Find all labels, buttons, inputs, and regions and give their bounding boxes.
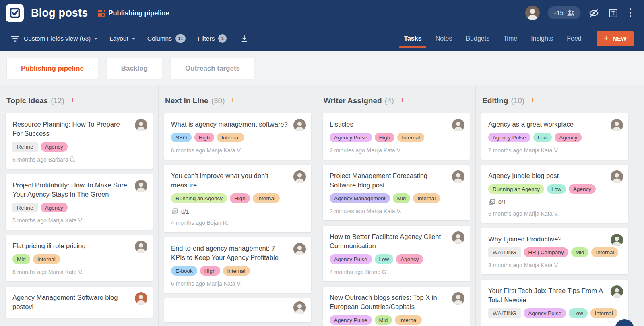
assignee-avatar	[611, 285, 623, 298]
task-card[interactable]: Your First Tech Job: Three Tips From A T…	[481, 280, 628, 326]
task-card[interactable]: Why I joined Productive? WAITING HR | Co…	[481, 228, 628, 274]
layout-dropdown[interactable]: Layout	[109, 35, 135, 42]
tag: Internal	[217, 133, 244, 142]
column-title: Writer Assigned	[324, 96, 382, 105]
chevron-down-icon	[132, 38, 135, 40]
person-silhouette-icon	[452, 231, 464, 244]
collaborators-pill[interactable]: +15	[548, 6, 580, 19]
assignee-avatar	[293, 170, 306, 183]
view-selector-dropdown[interactable]: Custom Fields view (63)	[24, 35, 97, 42]
filters-button[interactable]: Filters 1	[198, 34, 227, 43]
tag: Internal	[253, 193, 280, 203]
tag: Agency	[41, 142, 68, 152]
task-card[interactable]: Project Management Forecasting Software …	[323, 165, 470, 220]
task-card[interactable]: Agency as a great workplace Agency Pulse…	[481, 113, 628, 160]
assignee-avatar	[135, 119, 147, 131]
tab-budgets[interactable]: Budgets	[466, 27, 489, 51]
column-title: Topic Ideas	[6, 96, 48, 105]
tab-tasks[interactable]: Tasks	[404, 27, 421, 51]
new-button-label: NEW	[613, 35, 627, 42]
eye-off-icon	[588, 8, 599, 19]
more-options-button[interactable]	[627, 8, 634, 17]
assignee-avatar	[452, 231, 464, 244]
tag: Agency Pulse	[330, 315, 372, 325]
tag: Agency Pulse	[524, 308, 566, 318]
tag: E-book	[171, 266, 197, 276]
tab-notes[interactable]: Notes	[436, 27, 452, 51]
task-card[interactable]: Agency jungle blog post Running an Agenc…	[481, 165, 628, 223]
tab-time[interactable]: Time	[503, 27, 517, 51]
person-silhouette-icon	[135, 292, 147, 305]
view-tab-outreach-targets[interactable]: Outreach targets	[171, 58, 254, 79]
breadcrumb[interactable]: Publishing pipeline	[98, 9, 169, 17]
view-tab-backlog[interactable]: Backlog	[107, 58, 162, 79]
task-card[interactable]: You can’t improve what you don’t measure…	[164, 165, 311, 232]
task-card[interactable]: End-to-end agency management: 7 KPIs to …	[164, 237, 311, 293]
hide-view-button[interactable]	[588, 7, 600, 19]
status-badge: WAITING	[488, 247, 521, 257]
board-view-tabs: Publishing pipeline Backlog Outreach tar…	[0, 51, 644, 85]
add-task-button[interactable]: +	[230, 96, 235, 104]
tag: Internal	[33, 254, 60, 264]
module-tabs: Tasks Notes Budgets Time Insights Feed	[390, 27, 581, 51]
task-title: Agency Management Software blog postovi	[12, 293, 146, 311]
tag: Internal	[590, 308, 617, 318]
tag: Internal	[413, 193, 440, 203]
assignee-avatar	[452, 292, 464, 305]
filters-count-badge: 1	[218, 34, 227, 43]
assignee-avatar	[452, 119, 464, 131]
assignee-avatar	[452, 170, 464, 183]
assignee-avatar	[611, 170, 623, 183]
task-card[interactable]: Listicles Agency Pulse High Internal 2 m…	[323, 113, 470, 160]
columns-button[interactable]: Columns 11	[147, 34, 186, 43]
productive-logo[interactable]	[6, 4, 24, 22]
person-silhouette-icon	[293, 170, 306, 183]
person-silhouette-icon	[452, 119, 464, 131]
checklist-count: 0/1	[498, 199, 506, 206]
export-button[interactable]	[240, 35, 248, 43]
status-badge: Refine	[12, 142, 38, 152]
task-card[interactable]: Agency Management Software blog postovi	[6, 287, 153, 318]
task-card[interactable]: What is agency management software? SEO …	[164, 113, 311, 160]
task-card[interactable]: New Outreach blogs series: Top X in Euro…	[323, 287, 470, 326]
view-tab-publishing-pipeline[interactable]: Publishing pipeline	[6, 58, 98, 79]
tag: Agency Pulse	[330, 133, 372, 142]
new-button[interactable]: + NEW	[597, 31, 634, 46]
task-card[interactable]: Project Profitability: How To Make Sure …	[6, 174, 153, 230]
user-avatar[interactable]	[525, 6, 540, 20]
person-silhouette-icon	[611, 119, 623, 131]
checklist-count: 0/1	[181, 208, 189, 215]
task-card[interactable]: How to Better Facilitate Agency Client C…	[323, 226, 470, 281]
assignee-avatar	[135, 292, 147, 305]
kanban-column-editing: Editing (10) + Agency as a great workpla…	[476, 85, 634, 326]
tag: Agency Pulse	[488, 133, 530, 142]
task-meta: 6 months ago Marija Kata V.	[12, 269, 146, 275]
person-silhouette-icon	[452, 170, 464, 183]
filter-lines-icon[interactable]	[11, 35, 19, 42]
assignee-avatar	[293, 119, 306, 131]
task-title: How to Better Facilitate Agency Client C…	[330, 232, 463, 251]
task-meta: 6 months ago Marija Kata V.	[171, 147, 305, 154]
tag: Agency	[41, 203, 68, 212]
task-title: Agency jungle blog post	[488, 171, 622, 181]
task-card[interactable]: Resource Planning: How To Prepare For Su…	[6, 113, 153, 169]
add-task-button[interactable]: +	[530, 96, 535, 104]
app-header: Blog posts Publishing pipeline +15	[0, 0, 644, 51]
assignee-avatar	[611, 119, 623, 131]
tag: Internal	[397, 133, 424, 142]
kanban-column-topic-ideas: Topic Ideas (12) + Resource Planning: Ho…	[0, 85, 159, 326]
task-title: End-to-end agency management: 7 KPIs to …	[171, 244, 305, 262]
task-title: Agency as a great workplace	[488, 120, 622, 129]
checklist-indicator: 0/1	[171, 208, 305, 215]
tab-feed[interactable]: Feed	[567, 27, 581, 51]
task-card[interactable]: Flat pricing ili role pricing Mid Intern…	[6, 235, 153, 281]
side-panel-button[interactable]	[608, 7, 619, 19]
tab-insights[interactable]: Insights	[531, 27, 553, 51]
task-meta: 2 minutes ago Marija Kata V.	[330, 208, 463, 214]
task-card[interactable]	[164, 298, 311, 322]
add-task-button[interactable]: +	[70, 96, 75, 104]
chevron-down-icon	[94, 38, 97, 40]
checklist-icon	[171, 208, 178, 215]
add-task-button[interactable]: +	[399, 96, 405, 104]
page-title: Blog posts	[31, 7, 88, 19]
